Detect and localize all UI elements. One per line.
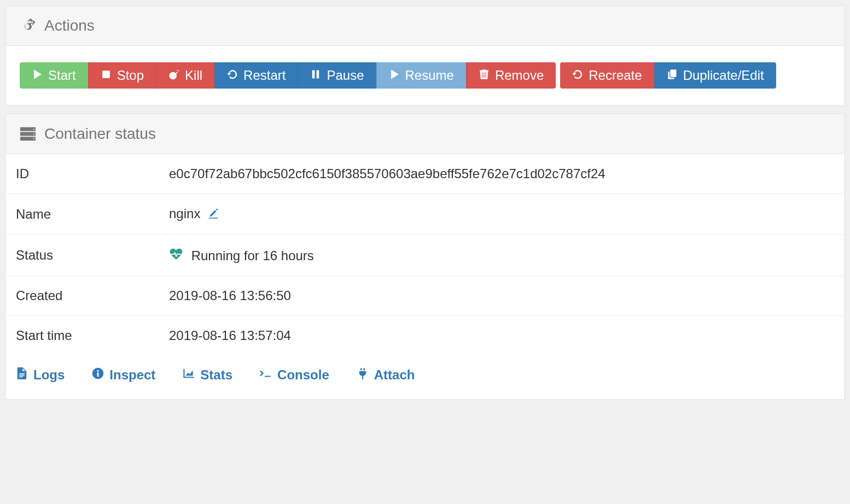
file-icon <box>16 367 28 383</box>
start-button-label: Start <box>48 69 76 82</box>
pause-button[interactable]: Pause <box>298 62 376 89</box>
edit-icon <box>207 207 219 222</box>
edit-name-button[interactable] <box>207 207 219 222</box>
svg-rect-13 <box>97 372 99 377</box>
attach-label: Attach <box>374 367 415 383</box>
status-cell: Running for 16 hours <box>159 235 844 276</box>
start-button[interactable]: Start <box>20 62 88 89</box>
status-links-row: Logs Inspect Stats Console Attach <box>6 355 844 399</box>
attach-link[interactable]: Attach <box>357 367 415 383</box>
stop-icon <box>101 69 112 82</box>
stats-label: Stats <box>200 367 232 383</box>
container-status-title: Container status <box>44 125 156 143</box>
recreate-button-label: Recreate <box>589 69 642 82</box>
duplicate-button[interactable]: Duplicate/Edit <box>654 62 776 89</box>
svg-point-10 <box>33 138 34 139</box>
logs-label: Logs <box>33 367 65 383</box>
start-time-label: Start time <box>6 316 159 356</box>
stats-link[interactable]: Stats <box>183 367 232 383</box>
name-value: nginx <box>169 206 200 221</box>
status-table: ID e0c70f72ab67bbc502cfc6150f385570603ae… <box>6 154 844 355</box>
console-label: Console <box>277 367 329 383</box>
action-button-group-main: Start Stop Kill Restart Pause <box>20 62 556 89</box>
name-cell: nginx <box>159 194 844 235</box>
row-created: Created 2019-08-16 13:56:50 <box>6 276 844 316</box>
console-link[interactable]: Console <box>260 367 329 383</box>
container-status-panel: Container status ID e0c70f72ab67bbc502cf… <box>5 114 845 400</box>
play-icon <box>389 69 400 82</box>
svg-point-9 <box>33 133 34 134</box>
actions-header: Actions <box>6 6 844 46</box>
refresh-icon <box>227 69 238 82</box>
actions-body: Start Stop Kill Restart Pause <box>6 46 844 105</box>
stop-button[interactable]: Stop <box>88 62 156 89</box>
cogs-icon <box>20 17 36 34</box>
resume-button-label: Resume <box>405 69 454 82</box>
remove-button[interactable]: Remove <box>466 62 556 89</box>
remove-button-label: Remove <box>495 69 544 82</box>
stop-button-label: Stop <box>117 69 144 82</box>
row-start-time: Start time 2019-08-16 13:57:04 <box>6 316 844 356</box>
svg-rect-3 <box>317 71 319 79</box>
resume-button[interactable]: Resume <box>376 62 466 89</box>
id-label: ID <box>6 154 159 194</box>
restart-button[interactable]: Restart <box>214 62 298 89</box>
start-time-value: 2019-08-16 13:57:04 <box>159 316 844 356</box>
restart-button-label: Restart <box>243 69 286 82</box>
actions-title: Actions <box>44 17 95 34</box>
terminal-icon <box>260 367 272 383</box>
created-label: Created <box>6 276 159 316</box>
svg-point-1 <box>169 72 177 80</box>
id-value: e0c70f72ab67bbc502cfc6150f385570603ae9be… <box>159 154 844 194</box>
bomb-icon <box>168 69 179 82</box>
svg-rect-0 <box>102 71 110 78</box>
row-name: Name nginx <box>6 194 844 235</box>
inspect-label: Inspect <box>109 367 155 383</box>
pause-button-label: Pause <box>327 69 364 82</box>
heartbeat-icon <box>169 247 183 261</box>
play-icon <box>32 69 43 82</box>
server-icon <box>20 126 36 142</box>
logs-link[interactable]: Logs <box>16 367 65 383</box>
svg-rect-2 <box>312 71 315 79</box>
pause-icon <box>310 69 321 82</box>
info-circle-icon <box>92 367 104 383</box>
duplicate-button-label: Duplicate/Edit <box>683 69 764 82</box>
inspect-link[interactable]: Inspect <box>92 367 155 383</box>
container-status-header: Container status <box>6 114 844 154</box>
action-button-row: Start Stop Kill Restart Pause <box>20 62 830 89</box>
name-label: Name <box>6 194 159 235</box>
area-chart-icon <box>183 367 195 383</box>
recreate-button[interactable]: Recreate <box>560 62 654 89</box>
kill-button-label: Kill <box>185 69 202 82</box>
row-status: Status Running for 16 hours <box>6 235 844 276</box>
refresh-icon <box>572 69 583 82</box>
copy-icon <box>667 69 678 82</box>
action-button-group-secondary: Recreate Duplicate/Edit <box>560 62 776 89</box>
trash-icon <box>479 69 490 82</box>
plug-icon <box>357 367 369 383</box>
svg-point-8 <box>33 128 34 130</box>
svg-rect-4 <box>670 69 676 77</box>
status-label: Status <box>6 235 159 276</box>
svg-point-12 <box>97 370 99 372</box>
created-value: 2019-08-16 13:56:50 <box>159 276 844 316</box>
kill-button[interactable]: Kill <box>156 62 214 89</box>
row-id: ID e0c70f72ab67bbc502cfc6150f385570603ae… <box>6 154 844 194</box>
status-value: Running for 16 hours <box>191 248 314 263</box>
actions-panel: Actions Start Stop Kill Restart <box>5 5 845 106</box>
